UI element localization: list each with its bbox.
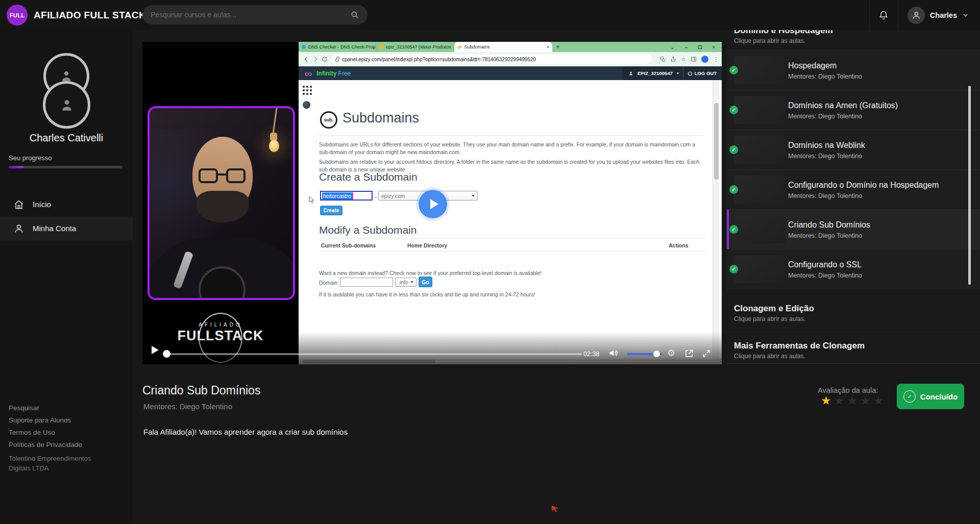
lesson-thumbnail: [734, 215, 785, 243]
topbar: FULL AFILIADO FULL STACK: [0, 0, 980, 30]
volume-icon[interactable]: [609, 349, 619, 357]
lesson-title: Configurando o SSL: [788, 260, 862, 269]
sidebar-item-label: Minha Conta: [33, 224, 76, 233]
video-player: AFILIADO FULLSTACK DNS Checker - DNS Che…: [142, 42, 722, 364]
brand-logo: FULL: [7, 5, 28, 26]
playlist-item-hospedagem[interactable]: ✓ Hospedagem Mentores: Diego Tolentino: [727, 51, 980, 90]
sidebar-item-minha-conta[interactable]: Minha Conta: [0, 216, 133, 240]
link-suporte[interactable]: Suporte para Alunos: [9, 416, 82, 424]
glasses-right: [226, 168, 246, 183]
settings-gear-icon[interactable]: ⚙: [667, 347, 675, 359]
divider: [319, 135, 703, 136]
link-termos[interactable]: Termos de Uso: [9, 429, 82, 436]
infinityfree-header: ∞ Infinity Free EPIZ_32100547 ▾ LOG OUT: [299, 66, 722, 80]
lesson-playlist: Domínio e Hospedagem Clique para abrir a…: [727, 30, 980, 364]
playlist-item-ssl[interactable]: ✓ Configurando o SSL Mentores: Diego Tol…: [727, 249, 980, 289]
avatar-placeholder-front[interactable]: [43, 81, 90, 129]
fullscreen-icon[interactable]: [702, 349, 711, 358]
star-icon-5[interactable]: ★: [873, 394, 887, 407]
play-button[interactable]: [152, 346, 159, 354]
playlist-section-clonagem[interactable]: Clonagem e Edição Clique para abrir as a…: [727, 289, 980, 332]
search-input[interactable]: [151, 11, 350, 19]
video-controls: 02:38 ⚙: [142, 332, 722, 364]
link-privacidade[interactable]: Políticas de Privacidade: [9, 441, 82, 448]
header-divider: [683, 66, 683, 80]
channel-watermark: AFILIADO FULLSTACK: [142, 309, 299, 330]
toolbar-right-icons: ☆ ⋮: [659, 55, 719, 64]
column-home-directory: Home Directory: [407, 242, 447, 248]
sidebar-item-label: Início: [33, 200, 51, 209]
volume-handle[interactable]: [653, 351, 660, 357]
seek-bar[interactable]: [166, 353, 582, 355]
lesson-thumbnail: [734, 176, 785, 204]
tld-select: .info: [395, 278, 416, 287]
seek-handle[interactable]: [163, 350, 170, 358]
company-name: Tolentino Empreendimentos Digitais LTDA: [9, 454, 103, 473]
dns-checker-favicon: [302, 45, 306, 49]
subdomains-badge-icon: sub.: [320, 111, 337, 129]
brand-title: AFILIADO FULL STACK: [34, 10, 146, 21]
presenter-beard: [197, 191, 249, 222]
user-menu[interactable]: Charles: [898, 0, 980, 30]
address-bar: cpanel.epizy.com/panel/indexpl.php?optio…: [331, 55, 652, 64]
playlist-section-mais-ferramentas[interactable]: Mais Ferramentas de Clonagem Clique para…: [727, 332, 980, 364]
big-play-button[interactable]: [419, 190, 447, 218]
window-close-icon: ×: [707, 42, 721, 52]
domain-label: Domain:: [319, 280, 339, 286]
go-button: Go: [419, 277, 432, 287]
column-actions: Actions: [669, 242, 689, 248]
popout-icon[interactable]: [684, 349, 694, 358]
lesson-mentors: Mentores: Diego Tolentino: [788, 73, 862, 80]
star-icon-3[interactable]: ★: [847, 394, 860, 407]
section-title: Clonagem e Edição: [734, 304, 980, 314]
star-icon-4[interactable]: ★: [860, 394, 873, 407]
window-maximize-icon: [693, 42, 707, 52]
tld-note-text: If it is available you can have it in le…: [319, 291, 535, 297]
translate-icon: [659, 56, 666, 62]
subdomain-input-value: heitorcastro: [322, 192, 353, 199]
cpanel-favicon: cP: [457, 45, 462, 49]
bookmark-star-icon: ☆: [681, 56, 686, 63]
notifications-button[interactable]: [869, 0, 898, 30]
browser-tab-dns-checker: DNS Checker - DNS Check Propa ×: [299, 42, 376, 52]
lesson-title: Domínios na Weblink: [788, 141, 865, 150]
playlist-item-criando-subdominios[interactable]: ✓ Criando Sub Domínios Mentores: Diego T…: [727, 210, 980, 249]
completed-check-icon: ✓: [729, 265, 738, 273]
tab-close-icon: ×: [547, 44, 549, 49]
playlist-item-configurando-dominio[interactable]: ✓ Configurando o Domínio na Hospedagem M…: [727, 170, 980, 210]
domain-select-value: epizy.com: [381, 193, 405, 199]
lesson-thumbnail: [734, 96, 785, 124]
window-chevron-icon: ⌄: [666, 42, 679, 52]
window-controls: ⌄ – ×: [666, 42, 721, 52]
bell-icon: [878, 10, 889, 20]
playlist-scrollbar[interactable]: [968, 86, 971, 285]
select-caret-icon: [410, 281, 413, 283]
subdomains-table-header: Current Sub-domains Home Directory Actio…: [319, 238, 706, 252]
sidebar: Charles Cativelli Seu progresso Início: [0, 30, 133, 524]
lesson-thumbnail: [734, 255, 785, 283]
brand-infinity: Infinity: [316, 70, 336, 77]
playlist-section-dominio[interactable]: Domínio e Hospedagem Clique para abrir a…: [727, 30, 980, 51]
star-icon-1[interactable]: ★: [821, 394, 834, 407]
subdomain-input: heitorcastro: [320, 191, 373, 201]
user-name: Charles: [930, 11, 957, 19]
forward-icon: [311, 56, 320, 62]
red-cursor-icon: [551, 505, 559, 512]
star-icon-2[interactable]: ★: [834, 394, 847, 407]
search-icon[interactable]: [350, 10, 359, 19]
domain-check-input: [340, 278, 393, 287]
browser-tabstrip: DNS Checker - DNS Check Propa × epiz_321…: [299, 42, 722, 52]
sidebar-item-inicio[interactable]: Início: [0, 192, 133, 216]
tld-prompt-text: Want a new domain instead? Check now to …: [319, 270, 542, 276]
tab-title: DNS Checker - DNS Check Propa: [308, 44, 376, 49]
completed-button-label: Concluído: [920, 392, 958, 401]
completed-check-icon: ✓: [729, 185, 738, 194]
playlist-item-amen[interactable]: ✓ Domínios na Amen (Gratuitos) Mentores:…: [727, 90, 980, 130]
link-pesquisar[interactable]: Pesquisar: [9, 404, 82, 412]
lesson-mentors: Mentores: Diego Tolentino: [788, 153, 862, 160]
completed-button[interactable]: ✓ Concluído: [897, 384, 964, 409]
play-icon: [430, 199, 438, 209]
rating-stars[interactable]: ★★★★★: [821, 394, 886, 408]
playlist-item-weblink[interactable]: ✓ Domínios na Weblink Mentores: Diego To…: [727, 130, 980, 170]
power-icon: [688, 71, 693, 76]
